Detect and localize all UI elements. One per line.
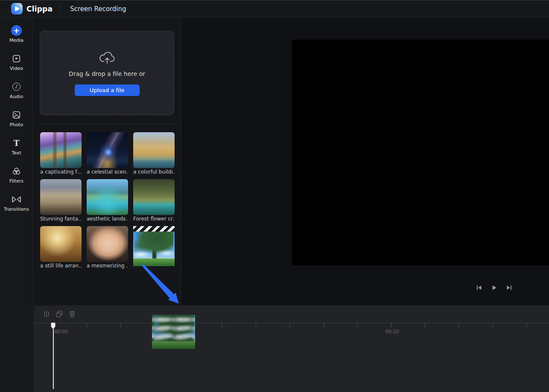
media-item[interactable]: Stunning fanta…	[40, 179, 82, 222]
video-icon	[12, 53, 20, 64]
media-caption: a colorful buildi…	[133, 169, 175, 175]
sidebar-item-media[interactable]: + Media	[0, 25, 33, 43]
tab-screen-recording[interactable]: Screen Recording	[70, 5, 126, 13]
sidebar-item-text[interactable]: T Text	[0, 137, 33, 156]
photo-icon	[12, 109, 20, 120]
media-thumbnail	[40, 179, 82, 215]
timeline-toolbar	[42, 310, 76, 318]
sidebar-item-audio[interactable]: ♪ Audio	[0, 81, 33, 99]
media-item[interactable]: aesthetic lands…	[87, 179, 128, 222]
media-thumbnail	[133, 132, 175, 168]
sidebar-item-filters[interactable]: Filters	[0, 166, 33, 184]
cloud-upload-icon	[97, 50, 117, 65]
media-library-grid: a captivating f… a celestial scen… a col…	[40, 132, 178, 269]
upload-dropzone[interactable]: Drag & drop a file here or Upload a file	[40, 31, 174, 115]
timeline-panel: 00:00 00:10	[34, 305, 549, 392]
duplicate-clip-button[interactable]	[55, 310, 64, 318]
clippa-app-window: Clippa Screen Recording + Media Video ♪ …	[0, 0, 549, 392]
delete-clip-button[interactable]	[68, 310, 76, 318]
split-clip-button[interactable]	[42, 310, 51, 318]
plus-icon: +	[11, 25, 22, 36]
dropzone-hint: Drag & drop a file here or	[69, 70, 145, 77]
brand-name: Clippa	[26, 5, 53, 13]
skip-next-button[interactable]	[506, 285, 512, 291]
sidebar-item-video[interactable]: Video	[0, 53, 33, 71]
sidebar-item-label: Photo	[10, 122, 23, 128]
playhead-line	[53, 329, 54, 389]
media-thumbnail	[40, 226, 82, 262]
media-caption: a mesmerizing …	[87, 263, 128, 269]
sidebar-item-label: Text	[12, 150, 21, 156]
media-caption: Forest flower cr…	[133, 216, 175, 222]
topbar-divider	[60, 3, 61, 15]
media-thumbnail	[87, 179, 128, 215]
sidebar-item-label: Video	[10, 66, 23, 71]
time-label-ten: 00:10	[385, 329, 399, 334]
top-bar: Clippa Screen Recording	[0, 0, 549, 17]
play-button[interactable]	[491, 285, 497, 291]
media-caption: a still life arran…	[40, 263, 82, 269]
filters-icon	[12, 166, 21, 177]
preview-panel	[181, 18, 549, 305]
time-label-start: 00:00	[54, 329, 68, 334]
media-thumbnail	[87, 132, 128, 168]
video-stage	[292, 40, 549, 265]
timeline-ticks	[53, 323, 548, 327]
sidebar-item-label: Media	[9, 38, 23, 43]
sidebar-item-label: Transitions	[4, 206, 29, 212]
transitions-icon	[12, 194, 21, 205]
sidebar-item-label: Audio	[10, 94, 23, 99]
text-icon: T	[13, 137, 19, 148]
player-controls	[476, 285, 512, 291]
media-item[interactable]: a still life arran…	[40, 226, 82, 269]
media-item[interactable]: a colorful buildi…	[133, 132, 175, 175]
media-thumbnail	[87, 226, 128, 262]
tool-sidebar: + Media Video ♪ Audio	[0, 18, 33, 392]
sidebar-item-transitions[interactable]: Transitions	[0, 194, 33, 212]
media-thumbnail	[133, 179, 175, 215]
sidebar-item-photo[interactable]: Photo	[0, 109, 33, 128]
sidebar-item-label: Filters	[9, 178, 23, 184]
skip-previous-button[interactable]	[476, 285, 482, 291]
playhead-handle[interactable]	[51, 322, 55, 330]
upload-file-button[interactable]: Upload a file	[75, 84, 140, 96]
media-item[interactable]: a celestial scen…	[87, 132, 128, 175]
media-item[interactable]: a captivating f…	[40, 132, 82, 175]
timeline-clip[interactable]	[152, 315, 195, 349]
media-thumbnail-tree	[133, 232, 175, 266]
panel-divider	[40, 124, 177, 125]
media-panel: Drag & drop a file here or Upload a file…	[34, 18, 181, 305]
clapper-stripes	[133, 226, 175, 232]
audio-icon: ♪	[12, 81, 20, 92]
media-thumbnail	[40, 132, 82, 168]
media-caption: aesthetic lands…	[87, 216, 128, 222]
media-item[interactable]: a mesmerizing …	[87, 226, 128, 269]
app-logo[interactable]	[11, 3, 23, 15]
media-caption: a celestial scen…	[87, 169, 128, 175]
play-logo-icon	[13, 5, 20, 12]
media-caption: a captivating f…	[40, 169, 82, 175]
media-item[interactable]: Forest flower cr…	[133, 179, 175, 222]
media-caption: Stunning fanta…	[40, 216, 82, 222]
media-item-dragging[interactable]	[133, 226, 175, 269]
